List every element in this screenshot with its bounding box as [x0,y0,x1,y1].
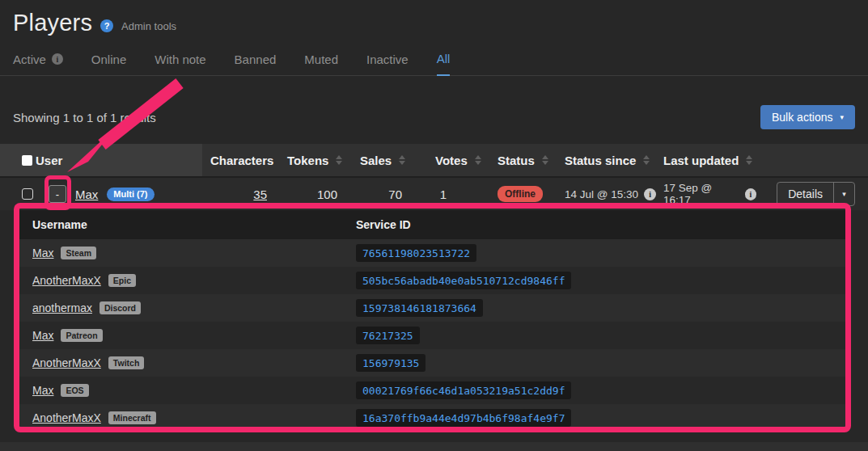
table-row: - Max Multi (7) 35 100 70 1 Offline 14 J… [0,176,868,210]
tab-bar: Active i Online With note Banned Muted I… [0,44,868,76]
table-header-row: User Characters Tokens Sales Votes Statu… [0,144,868,176]
tab-label: All [437,52,451,65]
service-badge: Epic [108,274,136,287]
tab-banned[interactable]: Banned [235,44,277,75]
sort-icon [643,155,650,165]
votes-cell: 1 [404,178,477,210]
info-icon[interactable]: i [644,188,656,200]
characters-link[interactable]: 35 [253,188,267,201]
column-header-sales[interactable]: Sales [340,144,404,176]
linked-username-link[interactable]: Max [32,384,53,397]
subtable-header-service-id: Service ID [356,218,411,231]
tab-label: Inactive [366,53,409,66]
status-badge: Offline [498,186,543,202]
details-button[interactable]: Details [777,183,833,205]
list-item: AnotherMaxX Minecraft 16a370ffb9a44e4d97… [19,404,845,432]
row-checkbox-cell [0,178,36,210]
column-label: User [36,154,62,167]
tab-muted[interactable]: Muted [304,44,338,75]
info-icon[interactable]: i [745,188,756,200]
last-updated-cell: 17 Sep @ 16:17 i [663,178,756,210]
column-header-tokens[interactable]: Tokens [271,144,340,176]
tab-label: Active [13,53,46,66]
characters-cell: 35 [202,178,271,210]
tab-active[interactable]: Active i [13,44,63,75]
column-label: Tokens [287,154,328,167]
column-label: Sales [360,154,392,167]
column-header-status[interactable]: Status [477,144,565,176]
linked-username-link[interactable]: anothermax [32,301,92,314]
service-id-value: 76217325 [356,327,420,344]
service-badge: Minecraft [108,411,156,424]
list-item: Max Patreon 76217325 [19,322,845,349]
results-count: Showing 1 to 1 of 1 results [13,111,156,124]
actions-cell: Details ▾ [756,178,868,210]
status-cell: Offline [477,178,565,210]
sort-icon [542,155,548,165]
bulk-actions-button[interactable]: Bulk actions ▾ [760,105,855,129]
sort-icon [746,155,752,165]
linked-accounts-subtable: Username Service ID Max Steam 7656119802… [19,210,845,432]
column-label: Characters [210,154,273,167]
multi-accounts-badge: Multi (7) [107,188,154,201]
details-split-button: Details ▾ [777,182,855,206]
service-badge: Steam [61,247,96,259]
sales-cell: 70 [340,178,404,210]
service-id-value: 156979135 [356,354,426,372]
service-id-value: 76561198023513722 [356,244,476,262]
column-label: Status since [565,154,636,167]
details-dropdown-button[interactable]: ▾ [833,183,854,205]
column-header-votes[interactable]: Votes [404,144,477,176]
tokens-cell: 100 [271,178,340,210]
tab-with-note[interactable]: With note [155,44,205,75]
list-item: Max EOS 00021769f66c46d1a053219a51c2dd9f [19,377,845,404]
tab-label: Banned [235,53,277,66]
table-footer-strip [0,442,868,451]
user-cell: - Max Multi (7) [36,178,202,210]
list-item: AnotherMaxX Twitch 156979135 [19,349,845,377]
list-item: Max Steam 76561198023513722 [19,239,845,267]
linked-username-link[interactable]: AnotherMaxX [32,411,101,424]
linked-username-link[interactable]: Max [32,329,53,342]
last-updated-value: 17 Sep @ 16:17 [663,182,739,206]
linked-username-link[interactable]: Max [32,247,53,259]
subtable-header-username: Username [32,218,356,231]
info-icon: i [52,53,63,65]
status-since-cell: 14 Jul @ 15:30 i [565,178,663,210]
collapse-row-button[interactable]: - [49,185,66,203]
linked-username-link[interactable]: AnotherMaxX [32,274,101,287]
tab-online[interactable]: Online [91,44,126,75]
page-header: Players ? Admin tools [0,0,868,36]
page-title: Players [13,10,92,36]
subtable-header-row: Username Service ID [19,210,845,239]
players-table: User Characters Tokens Sales Votes Statu… [0,144,868,432]
column-header-user[interactable]: User [36,144,202,176]
column-header-actions [756,144,868,176]
row-checkbox[interactable] [22,188,33,200]
column-header-last-updated[interactable]: Last updated [663,144,756,176]
select-all-checkbox[interactable] [22,155,32,166]
service-id-value: 159738146181873664 [356,299,483,317]
tab-inactive[interactable]: Inactive [366,44,409,75]
column-header-status-since[interactable]: Status since [565,144,663,176]
status-since-value: 14 Jul @ 15:30 [565,188,638,200]
column-header-characters[interactable]: Characters [202,144,271,176]
service-id-value: 16a370ffb9a44e4d97b4b6f98af4e9f7 [356,409,571,427]
service-badge: Discord [100,301,141,314]
select-all-checkbox-cell [0,144,36,176]
service-badge: Patreon [61,329,102,342]
service-id-value: 00021769f66c46d1a053219a51c2dd9f [356,381,571,399]
chevron-down-icon: ▾ [842,191,846,198]
service-id-value: 505bc56abadb40e0ab510712cd9846ff [356,272,571,289]
service-badge: EOS [61,384,88,397]
bulk-actions-label: Bulk actions [772,111,832,124]
help-icon[interactable]: ? [100,19,113,32]
tab-label: Muted [304,53,338,66]
list-item: anothermax Discord 159738146181873664 [19,294,845,322]
linked-username-link[interactable]: AnotherMaxX [32,356,101,369]
column-label: Status [498,154,535,167]
page-subtitle: Admin tools [121,20,176,32]
tab-label: With note [155,53,205,66]
tab-all[interactable]: All [437,44,451,76]
username-link[interactable]: Max [75,188,98,201]
